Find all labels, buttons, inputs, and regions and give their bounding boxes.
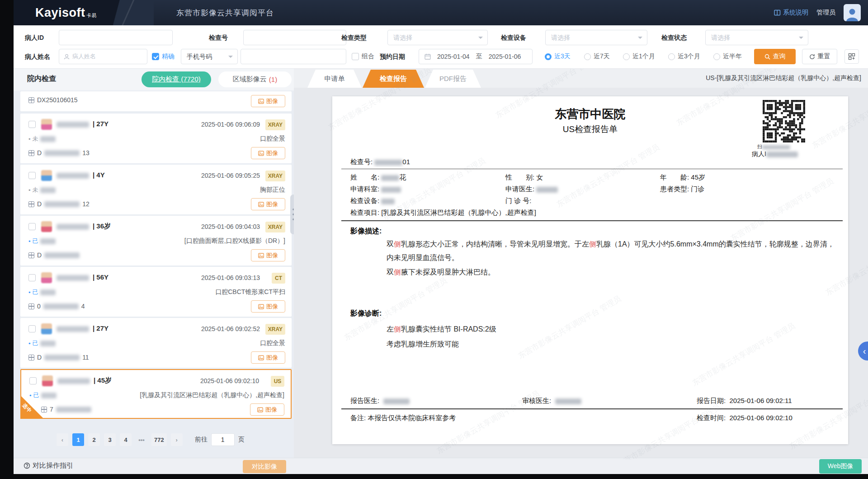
view-image-button[interactable]: 图像 (251, 95, 285, 107)
radio-dot-icon (713, 53, 720, 60)
radio-last-half-year[interactable]: 近半年 (713, 49, 742, 64)
radio-last-7-days[interactable]: 近7天 (584, 49, 610, 64)
prev-page-button[interactable]: ‹ (57, 433, 68, 446)
review-doctor: 审核医生: (522, 397, 581, 405)
search-button[interactable]: 查询 (754, 49, 796, 64)
tab-pdf-report[interactable]: PDF报告 (425, 70, 481, 88)
system-help-link[interactable]: 系统说明 (774, 9, 808, 17)
tab-hospital-exams[interactable]: 院内检查 (7720) (142, 71, 211, 87)
phone-input[interactable] (241, 49, 346, 64)
patient-age: | 56Y (93, 273, 108, 281)
view-image-button[interactable]: 图像 (251, 147, 285, 159)
modality-badge: CT (272, 273, 285, 284)
collapse-panel-button[interactable]: ‹ (858, 341, 868, 360)
page-button-3[interactable]: 3 (104, 433, 116, 446)
accession-number: 7 (41, 406, 94, 413)
checkbox-checked-icon (152, 53, 159, 60)
date-range-input[interactable]: 2025-01-04 至 2025-01-06 (419, 49, 533, 64)
view-image-button[interactable]: 图像 (251, 300, 285, 313)
modality-badge: XRAY (265, 222, 285, 232)
image-icon (258, 355, 264, 360)
radio-last-1-month[interactable]: 近1个月 (623, 49, 655, 64)
item-checkbox[interactable] (28, 121, 36, 128)
patient-id-input[interactable] (59, 30, 173, 45)
goto-page-input[interactable] (211, 433, 235, 446)
radio-last-3-months[interactable]: 近3个月 (668, 49, 700, 64)
compare-images-button[interactable]: 对比影像 (243, 460, 286, 473)
view-image-button[interactable]: 图像 (250, 403, 284, 416)
sidebar-title: 院内检查 (27, 74, 56, 84)
item-checkbox[interactable] (28, 274, 36, 281)
report-doctor: 报告医生: (350, 397, 410, 405)
field-exam-item: 检查项目: [乳腺及其引流区淋巴结彩超（乳腺中心）,超声检查] (350, 209, 536, 217)
image-icon (258, 253, 264, 258)
desc-paragraph-2: 双侧腋下未探及明显肿大淋巴结。 (387, 266, 839, 279)
item-checkbox[interactable] (28, 223, 36, 230)
accession-number: D11 (28, 354, 89, 361)
desc-section-title: 影像描述: (350, 227, 382, 236)
logo-suffix: 卡易 (87, 12, 97, 19)
page-ellipsis[interactable]: ••• (136, 433, 147, 446)
divider (341, 408, 843, 409)
date-from[interactable]: 2025-01-04 (437, 53, 470, 60)
compare-guide-link[interactable]: 对比操作指引 (24, 461, 73, 470)
exam-time-line: 检查时间: 2025-01-06 09:02:10 (697, 414, 793, 422)
patient-age: | 27Y (93, 324, 108, 332)
exam-no-input[interactable] (243, 30, 346, 45)
view-image-button[interactable]: 图像 (251, 198, 285, 210)
qr-code (763, 100, 805, 142)
list-item[interactable]: | 27Y 2025-01-06 09:02:52 XRAY •已 口腔全景 D… (20, 318, 292, 368)
status-badge: •未 (28, 135, 56, 143)
radio-dot-icon (623, 53, 630, 60)
page-button-1[interactable]: 1 (72, 433, 84, 446)
status-badge: •已 (28, 237, 56, 245)
phone-select[interactable]: 手机号码 (181, 49, 238, 64)
page-button-4[interactable]: 4 (120, 433, 132, 446)
list-item[interactable]: | 56Y 2025-01-06 09:03:13 CT •已 口腔CBCT锥形… (20, 267, 292, 317)
report-note: 备注: 本报告仅供本院临床科室参考 (350, 414, 456, 422)
tab-region-cloud[interactable]: 区域影像云 (1) (218, 71, 292, 87)
accession-redacted (44, 150, 80, 156)
status-redacted (40, 341, 56, 346)
patient-name-input[interactable]: 病人姓名 (59, 49, 147, 64)
item-checkbox[interactable] (29, 377, 37, 384)
item-checkbox[interactable] (28, 172, 36, 179)
patient-name-redacted (57, 173, 89, 179)
tab-request-form[interactable]: 申请单 (307, 70, 362, 88)
web-image-button[interactable]: Web图像 (819, 459, 862, 474)
series-grid-icon (41, 407, 47, 413)
status-select[interactable]: 请选择 (705, 30, 808, 45)
exam-list-panel: 院内检查 院内检查 (7720) 区域影像云 (1) DX250106015 图… (14, 69, 294, 460)
next-page-button[interactable]: › (171, 433, 183, 446)
list-item[interactable]: | 36岁 2025-01-06 09:04:03 XRAY •已 [口腔曲面断… (20, 216, 292, 266)
exam-type-select[interactable]: 请选择 (387, 30, 488, 45)
patient-age: | 4Y (93, 171, 105, 179)
diag-section-title: 影像诊断: (350, 309, 382, 318)
page-button-2[interactable]: 2 (88, 433, 100, 446)
view-image-button[interactable]: 图像 (251, 249, 285, 261)
view-image-button[interactable]: 图像 (251, 351, 285, 364)
status-badge: •未 (28, 186, 56, 194)
patient-photo (42, 375, 53, 386)
image-icon (258, 151, 264, 156)
patient-name-redacted (57, 275, 89, 281)
tab-exam-report[interactable]: 检查报告 (363, 70, 424, 88)
item-checkbox[interactable] (28, 325, 36, 332)
device-select[interactable]: 请选择 (545, 30, 647, 45)
exam-time: 2025-01-06 09:04:03 (201, 223, 260, 230)
exact-checkbox[interactable]: 精确 (152, 49, 175, 64)
date-to[interactable]: 2025-01-06 (489, 53, 521, 60)
radio-last-3-days[interactable]: 近3天 (545, 49, 571, 64)
list-item-partial[interactable]: DX250106015 图像 (20, 91, 292, 111)
patient-age: | 36岁 (93, 222, 111, 231)
page-button-772[interactable]: 772 (151, 433, 167, 446)
desc-paragraph-1: 双侧乳腺形态大小正常，内结构清晰，导管未见明显增宽。于左侧乳腺（1A）可见大小约… (387, 237, 839, 265)
list-item[interactable]: | 27Y 2025-01-06 09:06:09 XRAY •未 口腔全景 D… (20, 114, 292, 163)
reset-button[interactable]: 重置 (802, 49, 837, 64)
layout-toggle-button[interactable] (844, 49, 859, 64)
avatar[interactable] (844, 4, 861, 21)
list-item[interactable]: | 4Y 2025-01-06 09:05:25 XRAY •未 胸部正位 D1… (20, 165, 292, 214)
combo-checkbox[interactable]: 组合 (352, 49, 374, 64)
user-name[interactable]: 管理员 (816, 9, 835, 17)
list-item-selected[interactable]: | 45岁 2025-01-06 09:02:10 US •已 [乳腺及其引流区… (20, 369, 292, 419)
